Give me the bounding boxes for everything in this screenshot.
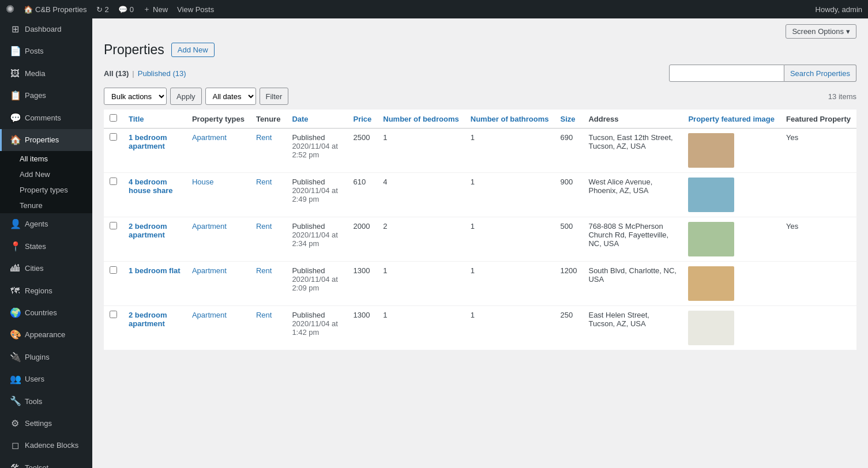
sidebar-item-label: Appearance	[25, 330, 65, 340]
sidebar-item-settings[interactable]: ⚙ Settings	[0, 413, 92, 435]
row-title-link[interactable]: 1 bedroom flat	[129, 266, 181, 275]
select-all-checkbox[interactable]	[110, 114, 117, 122]
sidebar-item-posts[interactable]: 📄 Posts	[0, 40, 92, 62]
row-featured-property	[780, 306, 856, 350]
row-tenure-link[interactable]: Rent	[256, 266, 272, 275]
row-property-type-link[interactable]: Apartment	[192, 133, 227, 142]
add-new-button[interactable]: Add New	[171, 43, 215, 57]
row-tenure: Rent	[250, 129, 286, 173]
row-checkbox-cell[interactable]	[104, 173, 123, 217]
sidebar-sub-tenure[interactable]: Tenure	[0, 198, 92, 213]
col-size[interactable]: Size	[555, 110, 583, 129]
row-title: 1 bedroom flat	[123, 262, 186, 306]
sidebar-sub-add-new[interactable]: Add New	[0, 167, 92, 182]
sidebar-item-media[interactable]: 🖼 Media	[0, 63, 92, 85]
row-checkbox[interactable]	[110, 311, 117, 318]
row-date-value: 2020/11/04 at 2:09 pm	[292, 275, 338, 292]
row-checkbox[interactable]	[110, 266, 117, 274]
sidebar-item-dashboard[interactable]: ⊞ Dashboard	[0, 18, 92, 40]
row-address: South Blvd, Charlotte, NC, USA	[583, 262, 682, 306]
dates-filter-select[interactable]: All dates	[205, 88, 256, 105]
row-status: Published	[292, 222, 325, 231]
sidebar-item-cities[interactable]: 🏙 Cities	[0, 258, 92, 280]
filter-button[interactable]: Filter	[260, 88, 289, 105]
row-checkbox[interactable]	[110, 178, 117, 185]
adminbar-updates[interactable]: ↻ 2	[92, 5, 114, 14]
row-checkbox-cell[interactable]	[104, 217, 123, 262]
row-property-type-link[interactable]: Apartment	[192, 311, 227, 319]
search-input[interactable]	[669, 65, 784, 82]
col-date[interactable]: Date	[286, 110, 347, 129]
sidebar-item-regions[interactable]: 🗺 Regions	[0, 280, 92, 302]
home-icon: 🏠	[24, 5, 33, 14]
sidebar-item-label: Media	[25, 69, 45, 79]
row-property-type-link[interactable]: Apartment	[192, 266, 227, 275]
kadence-icon: ◻	[10, 439, 20, 452]
sidebar-item-countries[interactable]: 🌍 Countries	[0, 302, 92, 324]
col-bedrooms[interactable]: Number of bedrooms	[377, 110, 464, 129]
sidebar-item-toolset[interactable]: 🛠 Toolset	[0, 457, 92, 468]
sidebar-item-label: Properties	[25, 135, 59, 145]
filter-all-link[interactable]: All (13)	[104, 69, 129, 78]
property-thumbnail	[688, 266, 734, 301]
sidebar-item-label: Users	[25, 374, 44, 384]
sidebar-item-states[interactable]: 📍 States	[0, 236, 92, 258]
col-title[interactable]: Title	[123, 110, 186, 129]
row-bathrooms: 1	[465, 262, 555, 306]
screen-options-button[interactable]: Screen Options ▾	[786, 24, 856, 39]
sidebar-item-label: States	[25, 241, 46, 252]
property-thumbnail	[688, 222, 734, 256]
row-property-type-link[interactable]: Apartment	[192, 222, 227, 231]
sidebar-item-plugins[interactable]: 🔌 Plugins	[0, 346, 92, 368]
states-icon: 📍	[10, 240, 20, 253]
sidebar-item-label: Comments	[25, 113, 61, 123]
row-title-link[interactable]: 1 bedroom apartment	[129, 133, 167, 150]
sidebar-item-kadence-blocks[interactable]: ◻ Kadence Blocks	[0, 435, 92, 456]
sidebar-item-properties[interactable]: 🏠 Properties	[0, 129, 92, 151]
filter-published-link[interactable]: Published (13)	[138, 69, 186, 78]
sidebar-sub-all-items[interactable]: All items	[0, 151, 92, 167]
row-checkbox-cell[interactable]	[104, 129, 123, 173]
search-properties-button[interactable]: Search Properties	[784, 65, 856, 82]
table-body: 1 bedroom apartment Apartment Rent Publi…	[104, 129, 856, 350]
sidebar-item-comments[interactable]: 💬 Comments	[0, 107, 92, 129]
adminbar-new[interactable]: ＋ New	[138, 4, 172, 14]
sidebar-sub-property-types[interactable]: Property types	[0, 182, 92, 198]
col-address: Address	[583, 110, 682, 129]
main-content: Screen Options ▾ Properties Add New All …	[92, 18, 868, 468]
col-bathrooms[interactable]: Number of bathrooms	[465, 110, 555, 129]
sidebar-item-agents[interactable]: 👤 Agents	[0, 213, 92, 235]
row-title-link[interactable]: 2 bedroom apartment	[129, 222, 167, 239]
row-bedrooms: 1	[377, 306, 464, 350]
col-price[interactable]: Price	[347, 110, 377, 129]
row-bathrooms: 1	[465, 306, 555, 350]
bulk-actions-select[interactable]: Bulk actions	[104, 88, 167, 105]
adminbar-comments[interactable]: 💬 0	[114, 5, 138, 14]
sidebar-item-tools[interactable]: 🔧 Tools	[0, 390, 92, 412]
row-date: Published 2020/11/04 at 1:42 pm	[286, 306, 347, 350]
adminbar-view-posts[interactable]: View Posts	[172, 5, 219, 14]
select-all-header[interactable]	[104, 110, 123, 129]
row-tenure-link[interactable]: Rent	[256, 133, 272, 142]
row-tenure-link[interactable]: Rent	[256, 311, 272, 319]
apply-button[interactable]: Apply	[170, 88, 202, 105]
table-row: 2 bedroom apartment Apartment Rent Publi…	[104, 306, 856, 350]
col-featured-image[interactable]: Property featured image	[682, 110, 780, 129]
sidebar-item-pages[interactable]: 📋 Pages	[0, 85, 92, 107]
row-tenure-link[interactable]: Rent	[256, 178, 272, 186]
row-checkbox-cell[interactable]	[104, 306, 123, 350]
sidebar-item-label: Agents	[25, 219, 48, 229]
row-checkbox[interactable]	[110, 222, 117, 229]
adminbar-site-name[interactable]: 🏠 C&B Properties	[19, 5, 92, 14]
row-checkbox[interactable]	[110, 133, 117, 141]
users-icon: 👥	[10, 373, 20, 386]
table-row: 1 bedroom flat Apartment Rent Published …	[104, 262, 856, 306]
row-title-link[interactable]: 4 bedroom house share	[129, 178, 173, 195]
row-title: 2 bedroom apartment	[123, 306, 186, 350]
sidebar-item-appearance[interactable]: 🎨 Appearance	[0, 324, 92, 346]
row-title-link[interactable]: 2 bedroom apartment	[129, 311, 167, 328]
row-tenure-link[interactable]: Rent	[256, 222, 272, 231]
row-checkbox-cell[interactable]	[104, 262, 123, 306]
sidebar-item-users[interactable]: 👥 Users	[0, 368, 92, 390]
row-property-type-link[interactable]: House	[192, 178, 214, 186]
